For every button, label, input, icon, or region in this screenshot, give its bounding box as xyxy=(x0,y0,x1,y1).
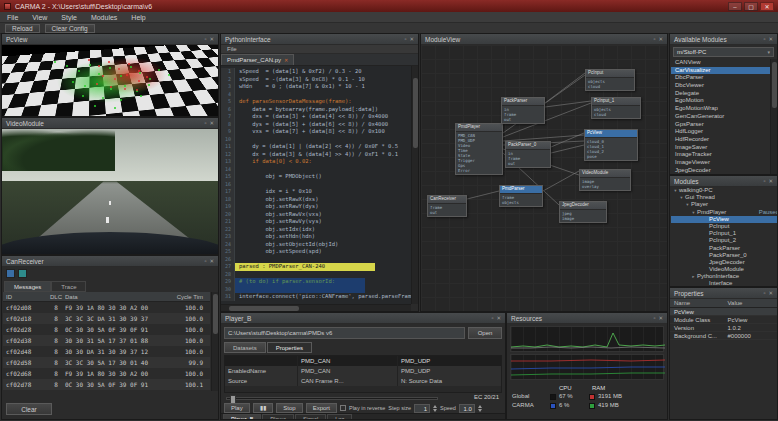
close-icon[interactable]: ✕ xyxy=(768,36,773,42)
can-table-row[interactable]: cf02d38 8 30 30 31 5A 17 37 01 88 100.0 xyxy=(3,335,210,346)
module-list-item[interactable]: CANView xyxy=(671,59,770,67)
menu-item[interactable]: Style xyxy=(54,12,84,22)
module-list-item[interactable]: GpsParser xyxy=(671,121,770,129)
speed-stepper[interactable]: 1.0 xyxy=(459,404,475,413)
float-icon[interactable]: ▫ xyxy=(204,36,206,42)
float-icon[interactable]: ▫ xyxy=(653,315,655,321)
spinner-up-icon[interactable] xyxy=(478,405,482,408)
menu-item[interactable]: Modules xyxy=(84,12,124,22)
step-size-arrows[interactable] xyxy=(433,405,437,412)
module-list-item[interactable]: DbcViewer xyxy=(671,82,770,90)
scrollbar-thumb[interactable] xyxy=(413,78,418,148)
bottom-tab[interactable]: Player xyxy=(262,414,294,419)
player-tab[interactable]: Datasets xyxy=(224,342,266,353)
float-icon[interactable]: ▫ xyxy=(763,36,765,42)
graph-node[interactable]: PmdParser frame objects xyxy=(499,185,543,207)
available-modules-scrollbar[interactable] xyxy=(770,59,777,174)
expand-arrow-icon[interactable] xyxy=(702,237,709,244)
float-icon[interactable]: ▫ xyxy=(763,178,765,184)
canreceiver-tab[interactable]: Trace xyxy=(51,281,86,292)
scrollbar-thumb[interactable] xyxy=(213,294,218,334)
editor-tab[interactable]: PmdParser_CAN.py ✕ xyxy=(221,54,294,65)
module-list-item[interactable]: Delegate xyxy=(671,90,770,98)
tree-item[interactable]: JpegDecoder xyxy=(671,259,777,266)
module-list-item[interactable]: ImageTracker xyxy=(671,151,770,159)
module-list-item[interactable]: JpegDecoder xyxy=(671,167,770,174)
expand-arrow-icon[interactable] xyxy=(702,266,709,273)
expand-arrow-icon[interactable] xyxy=(702,259,709,266)
spinner-down-icon[interactable] xyxy=(433,409,437,412)
col-name[interactable]: Name xyxy=(670,299,724,307)
property-value[interactable]: 1.0.2 xyxy=(724,324,778,331)
menu-item[interactable]: Help xyxy=(124,12,152,22)
pause-capture-icon[interactable] xyxy=(6,269,15,278)
col-pmd-udp[interactable]: PMD_UDP xyxy=(397,356,501,366)
spinner-down-icon[interactable] xyxy=(478,409,482,412)
module-list-item[interactable]: GenCanGenerator xyxy=(671,113,770,121)
editor-vscrollbar[interactable] xyxy=(411,66,418,304)
col-data[interactable]: Data xyxy=(65,292,169,301)
modules-titlebar[interactable]: Modules ▫ ✕ xyxy=(670,176,777,187)
module-list-item[interactable]: HdfLogger xyxy=(671,128,770,136)
can-table-row[interactable]: cf02d08 8 F9 39 1A 80 30 30 A2 00 100.0 xyxy=(3,302,210,313)
col-dlc[interactable]: DLC xyxy=(47,292,65,301)
canreceiver-titlebar[interactable]: CanReceiver ▫ ✕ xyxy=(2,256,218,267)
graph-node[interactable]: PackParser in frame out xyxy=(501,97,545,124)
bottom-tab[interactable]: Signal xyxy=(295,414,326,419)
play-button[interactable]: Play xyxy=(224,403,250,413)
bottom-tab[interactable]: Log xyxy=(327,414,352,419)
pause-button[interactable]: ▮▮ xyxy=(253,403,274,413)
code-editor[interactable]: 1 sSpeed = (data[1] & 0xF2) / 0.3 - 20 2… xyxy=(221,66,411,304)
moduleview-titlebar[interactable]: ModuleView ▫ ✕ xyxy=(421,34,667,45)
can-table-row[interactable]: cf02d28 8 0C 30 30 5A 0F 39 0F 91 100.0 xyxy=(3,324,210,335)
float-icon[interactable]: ▫ xyxy=(404,36,406,42)
expand-arrow-icon[interactable] xyxy=(702,230,709,237)
module-list-item[interactable]: DbcParser xyxy=(671,74,770,82)
property-row[interactable]: Module Class PcView xyxy=(670,316,777,324)
can-table-row[interactable]: cf02d58 8 3C 3C 30 5A 17 30 01 40 99.9 xyxy=(3,357,210,368)
tree-item[interactable]: PcInput_2 xyxy=(671,237,777,244)
graph-node[interactable]: CanReceiver frame out xyxy=(427,195,467,217)
menu-item[interactable]: View xyxy=(25,12,54,22)
stop-button[interactable]: Stop xyxy=(276,403,302,413)
tree-item[interactable]: PackParser xyxy=(671,245,777,252)
host-select[interactable]: m/Stoff-PC ▾ xyxy=(673,47,774,57)
graph-node[interactable]: PmdPlayer PMD_CAN PMD_UDP Video Time Sta… xyxy=(455,123,503,175)
tree-item[interactable]: ▾ PmdPlayer Paused xyxy=(671,209,777,216)
dataset-row[interactable]: Source CAN Frame R... N: Source Data xyxy=(225,376,501,386)
col-pmd-can[interactable]: PMD_CAN xyxy=(297,356,397,366)
graph-node[interactable]: PackParser_0 in frame out xyxy=(505,141,551,168)
module-list-item[interactable]: EgoMotion xyxy=(671,97,770,105)
close-icon[interactable]: ✕ xyxy=(768,290,773,296)
module-list-item[interactable]: CarVisualizer xyxy=(671,67,770,75)
module-list-item[interactable]: ImageSaver xyxy=(671,144,770,152)
close-icon[interactable]: ✕ xyxy=(409,36,414,42)
graph-node[interactable]: JpegDecoder jpeg image xyxy=(559,201,607,223)
col-cycle-time[interactable]: Cycle Tim xyxy=(169,292,205,301)
open-button[interactable]: Open xyxy=(468,327,502,339)
col-id[interactable]: ID xyxy=(3,292,47,301)
can-table-row[interactable]: cf02d18 8 3C 3C 3C DA 31 30 39 37 100.0 xyxy=(3,313,210,324)
toolbar-button[interactable]: Reload xyxy=(5,24,40,33)
close-icon[interactable]: ✕ xyxy=(209,258,214,264)
close-icon[interactable]: ✕ xyxy=(768,178,773,184)
expand-arrow-icon[interactable] xyxy=(702,280,709,286)
dataset-path-input[interactable] xyxy=(224,327,465,339)
can-table-row[interactable]: cf02d78 8 0C 30 30 5A 0F 39 0F 91 100.1 xyxy=(3,379,210,390)
close-icon[interactable]: ✕ xyxy=(209,120,214,126)
pointcloud-view[interactable] xyxy=(2,45,218,116)
expand-arrow-icon[interactable]: ▾ xyxy=(678,194,685,201)
expand-arrow-icon[interactable] xyxy=(702,252,709,259)
pcview-titlebar[interactable]: PcView ▫ ✕ xyxy=(2,34,218,45)
tree-item[interactable]: ▾ Player xyxy=(671,201,777,208)
player-titlebar[interactable]: Player_B ▫ ✕ xyxy=(221,313,505,324)
can-table-scrollbar[interactable] xyxy=(211,292,218,391)
property-value[interactable]: PcView xyxy=(724,316,778,323)
float-icon[interactable]: ▫ xyxy=(763,290,765,296)
tree-item[interactable]: PcInput_1 xyxy=(671,230,777,237)
player-tab[interactable]: Properties xyxy=(267,342,312,353)
file-menu[interactable]: File xyxy=(221,46,243,52)
module-list-item[interactable]: EgoMotionWrap xyxy=(671,105,770,113)
property-row[interactable]: PcView xyxy=(670,308,777,316)
record-capture-icon[interactable] xyxy=(18,269,27,278)
